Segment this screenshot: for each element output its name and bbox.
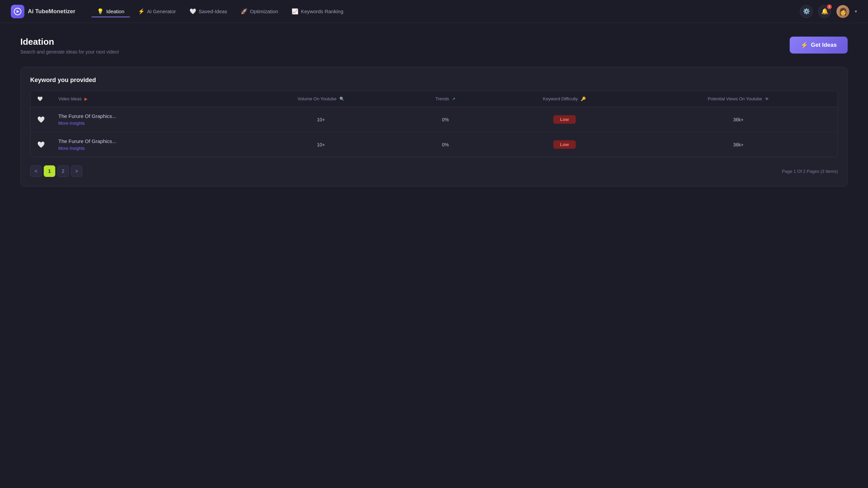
bell-icon: 🔔 <box>821 8 828 15</box>
row-2-video: The Furure Of Graphics... More Insights <box>52 132 241 157</box>
ai-generator-icon: ⚡ <box>138 8 145 15</box>
pagination: < 1 2 > Page 1 Of 2 Pages (3 Items) <box>30 165 838 177</box>
notification-badge: 1 <box>827 4 832 9</box>
nav-item-ai-generator[interactable]: ⚡ Ai Generator <box>133 5 181 17</box>
logo-text: Ai TubeMonetizer <box>28 8 75 15</box>
difficulty-badge: Low <box>553 115 576 124</box>
page-subtitle: Search and generate ideas for your next … <box>20 49 119 55</box>
row-2-favorite: 🤍 <box>31 132 52 157</box>
row-2-volume: 10+ <box>241 132 401 157</box>
main-content: Ideation Search and generate ideas for y… <box>0 23 868 200</box>
page-info: Page 1 Of 2 Pages (3 Items) <box>782 169 838 174</box>
col-difficulty: Keyword Difficulty 🔑 <box>490 91 639 107</box>
col-favorite: 🤍 <box>31 91 52 107</box>
results-table-container: 🤍 Video Ideas ▶ Volume On Youtube 🔍 Tren… <box>30 90 838 157</box>
main-card: Keyword you provided 🤍 Video Ideas ▶ Vol… <box>20 67 848 187</box>
avatar[interactable]: 👩 <box>836 5 849 18</box>
get-ideas-button[interactable]: ⚡ Get Ideas <box>790 37 848 54</box>
bolt-icon: ⚡ <box>801 41 808 49</box>
key-icon: 🔑 <box>581 97 586 101</box>
next-page-button[interactable]: > <box>71 165 82 177</box>
optimization-icon: 🚀 <box>241 8 248 15</box>
more-insights-link[interactable]: More Insights <box>58 146 85 151</box>
row-1-trends: 0% <box>401 107 490 132</box>
row-1-volume: 10+ <box>241 107 401 132</box>
nav-item-ideation[interactable]: 💡 Ideation <box>92 5 130 17</box>
row-1-favorite: 🤍 <box>31 107 52 132</box>
row-2-trends: 0% <box>401 132 490 157</box>
page-2-button[interactable]: 2 <box>57 165 69 177</box>
app-logo[interactable]: Ai TubeMonetizer <box>11 5 75 18</box>
col-volume: Volume On Youtube 🔍 <box>241 91 401 107</box>
row-1-difficulty: Low <box>490 107 639 132</box>
chevron-down-icon[interactable]: ▾ <box>855 9 857 14</box>
youtube-icon: ▶ <box>84 97 87 101</box>
card-title: Keyword you provided <box>30 77 838 84</box>
nav-item-keywords-ranking[interactable]: 📈 Keywords Ranking <box>286 5 349 17</box>
table-header: 🤍 Video Ideas ▶ Volume On Youtube 🔍 Tren… <box>31 91 837 107</box>
nav-item-saved-ideas[interactable]: 🤍 Saved-Ideas <box>184 5 233 17</box>
favorite-icon[interactable]: 🤍 <box>37 116 45 123</box>
page-header: Ideation Search and generate ideas for y… <box>20 37 848 55</box>
col-potential-views: Potential Views On Youtube 👁 <box>639 91 837 107</box>
difficulty-badge: Low <box>553 140 576 149</box>
nav-item-optimization[interactable]: 🚀 Optimization <box>235 5 283 17</box>
ideation-icon: 💡 <box>97 8 104 15</box>
table-row: 🤍 The Furure Of Graphics... More Insight… <box>31 107 837 132</box>
prev-page-button[interactable]: < <box>30 165 42 177</box>
row-1-video: The Furure Of Graphics... More Insights <box>52 107 241 132</box>
eye-icon: 👁 <box>765 97 769 101</box>
settings-button[interactable]: ⚙️ <box>800 5 813 18</box>
pagination-controls: < 1 2 > <box>30 165 82 177</box>
col-trends: Trends ↗ <box>401 91 490 107</box>
table-row: 🤍 The Furure Of Graphics... More Insight… <box>31 132 837 157</box>
results-table: 🤍 Video Ideas ▶ Volume On Youtube 🔍 Tren… <box>31 91 837 157</box>
nav-links: 💡 Ideation ⚡ Ai Generator 🤍 Saved-Ideas … <box>92 5 800 17</box>
page-1-button[interactable]: 1 <box>44 165 55 177</box>
navigation: Ai TubeMonetizer 💡 Ideation ⚡ Ai Generat… <box>0 0 868 23</box>
table-body: 🤍 The Furure Of Graphics... More Insight… <box>31 107 837 157</box>
favorite-icon[interactable]: 🤍 <box>37 141 45 148</box>
video-title: The Furure Of Graphics... <box>58 138 234 144</box>
video-title: The Furure Of Graphics... <box>58 113 234 119</box>
search-icon: 🔍 <box>339 97 344 101</box>
heart-header-icon: 🤍 <box>37 96 43 101</box>
saved-ideas-icon: 🤍 <box>190 8 196 15</box>
logo-icon <box>11 5 24 18</box>
trends-icon: ↗ <box>452 97 455 101</box>
keywords-ranking-icon: 📈 <box>292 8 298 15</box>
nav-actions: ⚙️ 🔔 1 👩 ▾ <box>800 5 857 18</box>
page-title-section: Ideation Search and generate ideas for y… <box>20 37 119 55</box>
settings-icon: ⚙️ <box>803 8 810 15</box>
page-title: Ideation <box>20 37 119 47</box>
row-2-potential-views: 36k+ <box>639 132 837 157</box>
row-1-potential-views: 36k+ <box>639 107 837 132</box>
notifications-button[interactable]: 🔔 1 <box>818 5 831 18</box>
row-2-difficulty: Low <box>490 132 639 157</box>
more-insights-link[interactable]: More Insights <box>58 121 85 126</box>
col-video-ideas: Video Ideas ▶ <box>52 91 241 107</box>
